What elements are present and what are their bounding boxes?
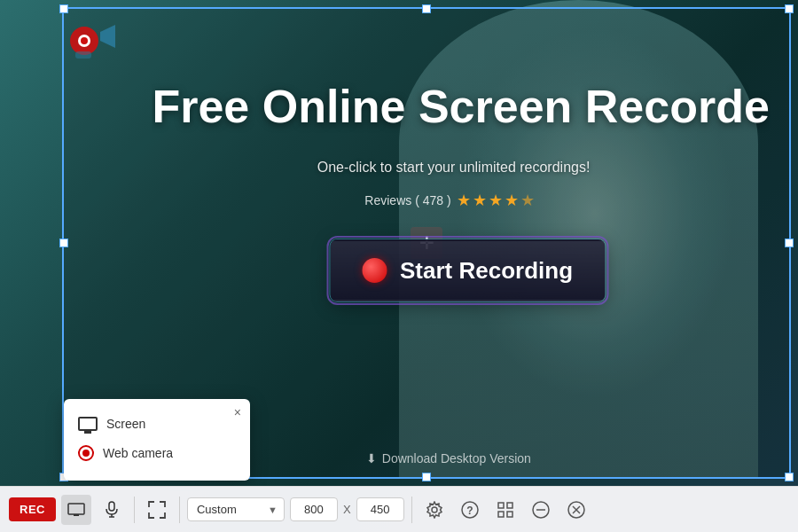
width-input[interactable]: [290, 497, 338, 521]
minus-icon: [532, 501, 550, 519]
gear-icon: [426, 501, 443, 519]
webcam-option[interactable]: Web camera: [78, 438, 236, 468]
settings-button[interactable]: [419, 495, 450, 525]
source-popup: × Screen Web camera: [64, 399, 250, 481]
subtitle: One-click to start your unlimited record…: [317, 160, 591, 176]
logo-icon: [66, 16, 120, 60]
height-input[interactable]: [356, 497, 404, 521]
handle-bottom-right[interactable]: [785, 473, 794, 481]
minimize-button[interactable]: [526, 495, 556, 525]
screen-toggle-button[interactable]: [61, 495, 91, 525]
handle-middle-left[interactable]: [59, 239, 68, 247]
logo-area: [66, 16, 120, 60]
toolbar-divider-3: [411, 497, 412, 523]
svg-rect-17: [507, 512, 512, 517]
start-recording-label: Start Recording: [400, 257, 573, 285]
close-button[interactable]: [561, 495, 591, 525]
apps-button[interactable]: [490, 495, 520, 525]
svg-rect-7: [74, 514, 79, 516]
expand-icon: [148, 501, 166, 519]
rec-button[interactable]: REC: [9, 497, 56, 521]
svg-rect-8: [109, 502, 114, 511]
screen-icon: [67, 503, 85, 517]
download-link[interactable]: ⬇ Download Desktop Version: [366, 451, 531, 466]
webcam-radio-icon: [78, 445, 94, 461]
svg-rect-14: [498, 503, 504, 508]
help-button[interactable]: ?: [455, 495, 485, 525]
popup-close-button[interactable]: ×: [234, 406, 241, 419]
webcam-option-label: Web camera: [103, 446, 173, 460]
screen-option-label: Screen: [106, 417, 145, 431]
handle-middle-right[interactable]: [785, 239, 794, 247]
svg-text:?: ?: [466, 505, 473, 517]
reviews-row: Reviews ( 478 ) ★★★★★: [364, 191, 536, 210]
download-label: Download Desktop Version: [382, 451, 531, 466]
download-icon: ⬇: [366, 451, 377, 466]
size-preset-select[interactable]: Custom Full Screen 1920x1080 1280x720 80…: [187, 497, 285, 521]
screen-option[interactable]: Screen: [78, 410, 236, 438]
stars-display: ★★★★★: [457, 191, 536, 210]
toolbar-divider-2: [179, 497, 180, 523]
screen-option-icon: [78, 417, 98, 431]
start-recording-button[interactable]: Start Recording: [331, 239, 606, 301]
svg-point-2: [81, 37, 88, 44]
grid-icon: [497, 502, 513, 518]
help-icon: ?: [461, 501, 479, 519]
record-dot-icon: [363, 258, 387, 283]
close-icon: [567, 501, 585, 519]
handle-top-center[interactable]: [422, 4, 431, 13]
size-preset-wrapper: Custom Full Screen 1920x1080 1280x720 80…: [187, 497, 285, 521]
handle-bottom-center[interactable]: [422, 473, 431, 481]
svg-point-11: [432, 507, 437, 512]
expand-button[interactable]: [142, 495, 172, 525]
svg-rect-16: [498, 512, 504, 517]
svg-rect-5: [75, 51, 91, 59]
toolbar-divider-1: [134, 497, 135, 523]
size-separator: X: [343, 503, 351, 516]
toolbar: REC Custom Full Screen 1920x1080: [0, 486, 798, 532]
webcam-radio-fill: [82, 450, 90, 457]
svg-rect-15: [507, 503, 512, 508]
svg-rect-6: [68, 504, 84, 514]
svg-marker-3: [100, 25, 115, 48]
handle-top-right[interactable]: [785, 4, 794, 13]
handle-top-left[interactable]: [59, 4, 68, 13]
mic-button[interactable]: [97, 495, 127, 525]
main-title: Free Online Screen Recorde: [152, 80, 770, 133]
mic-icon: [105, 501, 119, 519]
reviews-label: Reviews ( 478 ): [364, 193, 450, 207]
